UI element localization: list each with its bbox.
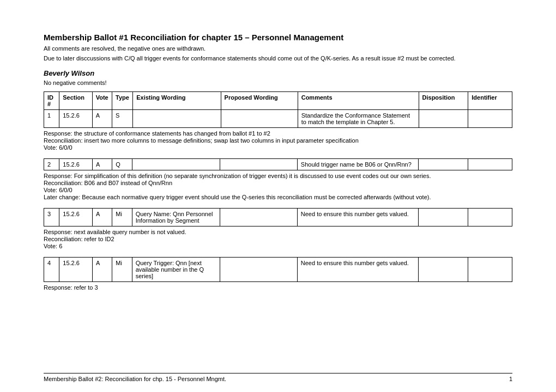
cell-existing	[132, 159, 220, 170]
cell-proposed	[220, 258, 297, 282]
table-row: 4 15.2.6 A Mi Query Trigger: Qnn [next a…	[44, 258, 512, 282]
table-row: 3 15.2.6 A Mi Query Name: Qnn Personnel …	[44, 209, 512, 226]
cell-type: Mi	[112, 209, 132, 226]
cell-disposition	[419, 159, 468, 170]
response-block-4: Response: refer to 3	[44, 284, 512, 291]
cell-disposition	[419, 258, 468, 282]
cell-comments: Should trigger name be B06 or Qnn/Rnn?	[297, 159, 418, 170]
col-header-section: Section	[59, 92, 93, 110]
col-header-existing: Existing Wording	[133, 92, 221, 110]
cell-disposition	[419, 209, 468, 226]
col-header-comments: Comments	[298, 92, 419, 110]
cell-comments: Standardize the Conformance Statement to…	[298, 110, 419, 128]
footer: Membership Ballot #2: Reconciliation for…	[44, 373, 512, 382]
response-block-3: Response: next available query number is…	[44, 229, 512, 249]
cell-id: 1	[44, 110, 59, 128]
cell-type: Q	[112, 159, 132, 170]
cell-proposed	[221, 110, 298, 128]
footer-right: 1	[509, 376, 512, 382]
cell-vote: A	[92, 159, 112, 170]
cell-vote: A	[92, 209, 112, 226]
cell-section: 15.2.6	[59, 209, 93, 226]
cell-type: Mi	[112, 258, 132, 282]
cell-type: S	[112, 110, 133, 128]
subtitle: All comments are resolved, the negative …	[44, 45, 512, 52]
cell-identifier	[468, 209, 512, 226]
cell-comments: Need to ensure this number gets valued.	[297, 209, 418, 226]
cell-section: 15.2.6	[59, 110, 93, 128]
note: Due to later disccussions with C/Q all t…	[44, 55, 512, 62]
cell-section: 15.2.6	[59, 258, 93, 282]
cell-proposed	[220, 159, 297, 170]
author-name: Beverly Wilson	[44, 69, 512, 77]
table-row: 1 15.2.6 A S Standardize the Conformance…	[44, 110, 512, 128]
response-block-2: Response: For simplification of this def…	[44, 173, 512, 200]
col-header-identifier: Identifier	[468, 92, 512, 110]
cell-existing	[133, 110, 221, 128]
cell-disposition	[419, 110, 468, 128]
cell-identifier	[468, 258, 512, 282]
table-row: 2 15.2.6 A Q Should trigger name be B06 …	[44, 159, 512, 170]
cell-id: 4	[44, 258, 59, 282]
cell-identifier	[468, 159, 512, 170]
no-comments: No negative comments!	[44, 79, 512, 86]
col-header-id: ID #	[44, 92, 59, 110]
cell-proposed	[220, 209, 297, 226]
cell-existing: Query Name: Qnn Personnel Information by…	[132, 209, 220, 226]
cell-comments: Need to ensure this number gets valued.	[297, 258, 418, 282]
ballot-table-3: 3 15.2.6 A Mi Query Name: Qnn Personnel …	[44, 208, 512, 226]
main-title: Membership Ballot #1 Reconciliation for …	[44, 33, 512, 42]
ballot-table-4: 4 15.2.6 A Mi Query Trigger: Qnn [next a…	[44, 257, 512, 282]
col-header-proposed: Proposed Wording	[221, 92, 298, 110]
cell-id: 3	[44, 209, 59, 226]
cell-identifier	[468, 110, 512, 128]
footer-left: Membership Ballot #2: Reconciliation for…	[44, 376, 226, 382]
cell-vote: A	[92, 110, 112, 128]
ballot-table-2: 2 15.2.6 A Q Should trigger name be B06 …	[44, 158, 512, 170]
col-header-vote: Vote	[92, 92, 112, 110]
cell-id: 2	[44, 159, 59, 170]
cell-vote: A	[92, 258, 112, 282]
ballot-table: ID # Section Vote Type Existing Wording …	[44, 91, 512, 128]
col-header-type: Type	[112, 92, 133, 110]
cell-existing: Query Trigger: Qnn [next available numbe…	[132, 258, 220, 282]
response-block-1: Response: the structure of conformance s…	[44, 130, 512, 151]
cell-section: 15.2.6	[59, 159, 93, 170]
col-header-disposition: Disposition	[419, 92, 468, 110]
